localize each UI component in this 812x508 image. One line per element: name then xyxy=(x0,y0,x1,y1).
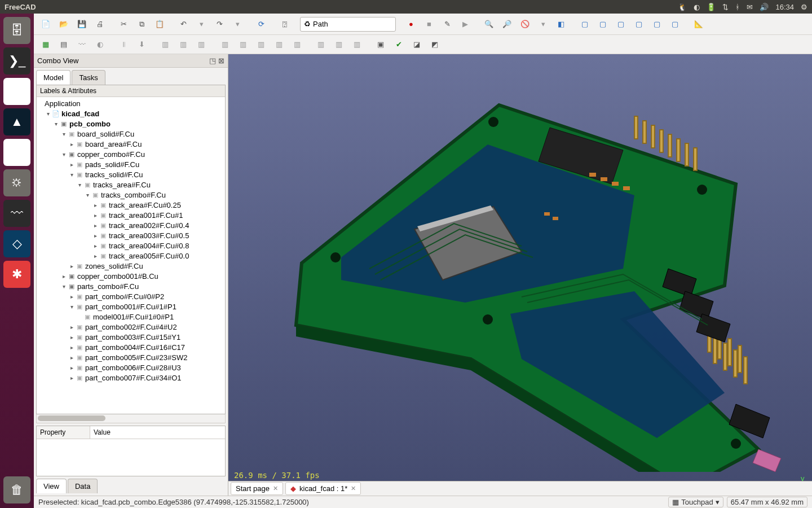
mail-icon[interactable]: ✉ xyxy=(747,3,753,11)
chrome-tray-icon[interactable]: ◐ xyxy=(694,3,700,11)
macro-play-button[interactable]: ▶ xyxy=(457,16,474,33)
path-postprocess-button[interactable]: ▤ xyxy=(55,36,72,53)
path-dressup-1[interactable]: ▥ xyxy=(217,36,233,53)
macro-record-button[interactable]: ● xyxy=(403,16,420,33)
tree-item[interactable]: ▸▣part_combo002#F.Cu#4#U2 xyxy=(37,322,225,332)
tree-item[interactable]: ▸▣copper_combo001#B.Cu xyxy=(37,271,225,281)
tree-item[interactable]: ▾▣part_combo001#F.Cu#1#P1 xyxy=(37,301,225,312)
tab-kicad-fcad[interactable]: ◆kicad_fcad : 1*✕ xyxy=(285,482,361,495)
panel-close-button[interactable]: ⊠ xyxy=(218,56,224,65)
refresh-button[interactable]: ⟳ xyxy=(253,16,270,33)
tree-item[interactable]: ▸▣part_combo006#F.Cu#28#U3 xyxy=(37,362,225,373)
path-toolbit-button[interactable]: ◩ xyxy=(426,36,443,53)
path-check-button[interactable]: ▣ xyxy=(372,36,389,53)
tree-doc[interactable]: ▾📄kicad_fcad xyxy=(37,108,225,119)
right-view-button[interactable]: ▢ xyxy=(612,16,629,33)
tree-item[interactable]: ▸▣part_combo#F.Cu#0#P2 xyxy=(37,291,225,301)
launcher-terminal[interactable]: ❯_ xyxy=(3,47,30,75)
draw-style-menu[interactable]: ▾ xyxy=(535,16,551,33)
tree-item[interactable]: ▸▣part_combo004#F.Cu#16#C17 xyxy=(37,342,225,352)
launcher-software[interactable]: ✱ xyxy=(3,261,30,288)
gear-icon[interactable]: ⚙ xyxy=(801,3,807,11)
redo-menu-button[interactable]: ▾ xyxy=(229,16,246,33)
tree-item[interactable]: ▸▣track_area002#F.Cu#0.4 xyxy=(37,220,225,230)
path-simulate-button[interactable]: ✔ xyxy=(390,36,407,53)
path-job-button[interactable]: ▦ xyxy=(37,36,54,53)
tab-model[interactable]: Model xyxy=(36,70,70,85)
macro-stop-button[interactable]: ■ xyxy=(421,16,438,33)
front-view-button[interactable]: ▢ xyxy=(576,16,593,33)
path-dressup-2[interactable]: ▥ xyxy=(235,36,251,53)
launcher-system-monitor[interactable]: 〰 xyxy=(3,200,30,227)
close-icon[interactable]: ✕ xyxy=(351,485,356,492)
draw-style-button[interactable]: 🚫 xyxy=(517,16,533,33)
tree-item[interactable]: ▸▣track_area005#F.Cu#0.0 xyxy=(37,251,225,261)
paste-button[interactable]: 📋 xyxy=(151,16,168,33)
print-button[interactable]: 🖨 xyxy=(91,16,108,33)
bluetooth-icon[interactable]: ᚼ xyxy=(735,3,740,11)
tree-item[interactable]: ▣model001#F.Cu#1#0#P1 xyxy=(37,312,225,322)
launcher-libreoffice[interactable]: ≡ xyxy=(3,139,30,166)
nav-style-chip[interactable]: ▦ Touchpad ▾ xyxy=(668,497,723,507)
path-inspect-button[interactable]: ◪ xyxy=(408,36,425,53)
launcher-virtualbox[interactable]: ◇ xyxy=(3,230,30,257)
fit-all-button[interactable]: 🔍 xyxy=(480,16,497,33)
rear-view-button[interactable]: ▢ xyxy=(630,16,647,33)
tree-item[interactable]: ▸▣track_area004#F.Cu#0.8 xyxy=(37,240,225,251)
close-icon[interactable]: ✕ xyxy=(273,485,278,492)
undo-button[interactable]: ↶ xyxy=(175,16,192,33)
new-doc-button[interactable]: 📄 xyxy=(37,16,54,33)
save-doc-button[interactable]: 💾 xyxy=(73,16,90,33)
tree-h-scrollbar[interactable] xyxy=(36,414,226,423)
undo-menu-button[interactable]: ▾ xyxy=(193,16,210,33)
tree-item[interactable]: ▸▣track_area003#F.Cu#0.5 xyxy=(37,230,225,240)
path-contour-button[interactable]: ⦀ xyxy=(115,36,132,53)
path-op-1[interactable]: ▥ xyxy=(157,36,174,53)
tree-item[interactable]: ▸▣track_area#F.Cu#0.25 xyxy=(37,200,225,210)
path-mod-1[interactable]: ▥ xyxy=(312,36,329,53)
tree-item[interactable]: ▾▣copper_combo#F.Cu xyxy=(37,149,225,159)
battery-icon[interactable]: 🔋 xyxy=(707,3,716,11)
path-drill-button[interactable]: ⬇ xyxy=(133,36,150,53)
left-view-button[interactable]: ▢ xyxy=(667,16,683,33)
tree-item[interactable]: ▾▣pcb_combo xyxy=(37,119,225,129)
tab-tasks[interactable]: Tasks xyxy=(72,70,105,85)
tree-item[interactable]: ▸▣part_combo003#F.Cu#15#Y1 xyxy=(37,332,225,342)
launcher-android-studio[interactable]: ▲ xyxy=(3,108,30,135)
tux-icon[interactable]: 🐧 xyxy=(678,3,687,11)
macro-edit-button[interactable]: ✎ xyxy=(439,16,456,33)
tree-item[interactable]: ▸▣board_area#F.Cu xyxy=(37,139,225,149)
panel-float-button[interactable]: ◳ xyxy=(209,56,216,65)
3d-viewport[interactable]: 26.9 ms / 37.1 fps x y z Start page✕ ◆ki… xyxy=(228,54,812,496)
model-tree[interactable]: Labels & Attributes Application ▾📄kicad_… xyxy=(36,85,226,414)
launcher-files[interactable]: 🗄 xyxy=(3,17,30,44)
tree-item[interactable]: ▸▣part_combo005#F.Cu#23#SW2 xyxy=(37,352,225,362)
copy-button[interactable]: ⧉ xyxy=(133,16,150,33)
path-dressup-3[interactable]: ▥ xyxy=(253,36,270,53)
tab-data[interactable]: Data xyxy=(68,479,98,493)
path-tool-b[interactable]: ◐ xyxy=(91,36,108,53)
tree-item[interactable]: ▾▣board_solid#F.Cu xyxy=(37,129,225,139)
path-mod-3[interactable]: ▥ xyxy=(348,36,365,53)
path-dressup-4[interactable]: ▥ xyxy=(271,36,288,53)
workbench-selector[interactable]: ♻ Path xyxy=(300,17,396,32)
launcher-chrome[interactable]: ◉ xyxy=(3,78,30,105)
cut-button[interactable]: ✂ xyxy=(115,16,132,33)
fit-selection-button[interactable]: 🔎 xyxy=(498,16,515,33)
tree-item[interactable]: ▾▣tracks_area#F.Cu xyxy=(37,179,225,190)
volume-icon[interactable]: 🔊 xyxy=(760,3,769,11)
tree-item[interactable]: ▾▣tracks_solid#F.Cu xyxy=(37,169,225,179)
tab-start-page[interactable]: Start page✕ xyxy=(231,482,283,495)
bottom-view-button[interactable]: ▢ xyxy=(648,16,665,33)
path-tool-a[interactable]: 〰 xyxy=(73,36,90,53)
clock[interactable]: 16:34 xyxy=(775,3,794,11)
tree-item[interactable]: ▸▣part_combo007#F.Cu#34#O1 xyxy=(37,373,225,383)
network-icon[interactable]: ⇅ xyxy=(722,3,729,11)
measure-button[interactable]: 📐 xyxy=(690,16,707,33)
tree-item[interactable]: ▾▣parts_combo#F.Cu xyxy=(37,281,225,291)
open-doc-button[interactable]: 📂 xyxy=(55,16,72,33)
launcher-freecad[interactable]: ⛭ xyxy=(3,169,30,196)
tree-item[interactable]: ▸▣zones_solid#F.Cu xyxy=(37,261,225,271)
whats-this-button[interactable]: ⍰ xyxy=(276,16,293,33)
redo-button[interactable]: ↷ xyxy=(211,16,228,33)
